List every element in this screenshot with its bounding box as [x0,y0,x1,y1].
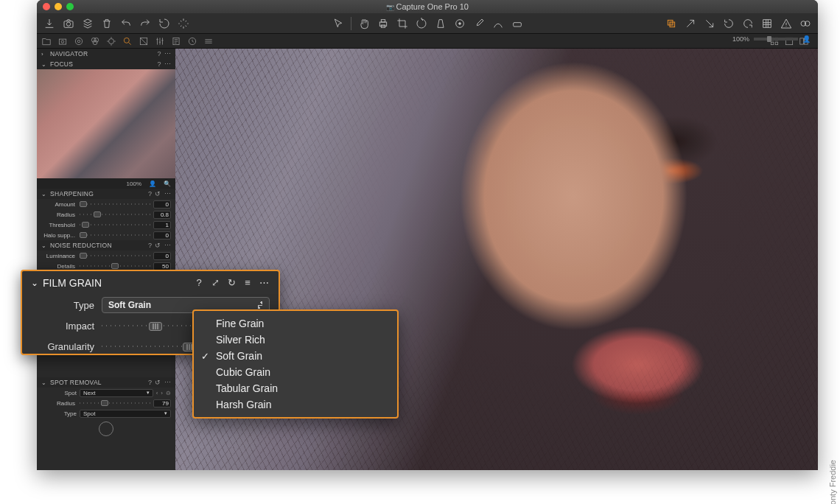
grain-option[interactable]: Soft Grain [194,348,397,364]
spot-panel-header[interactable]: ⌄ SPOT REMOVAL ? ↺ ⋯ [37,377,175,388]
more-icon[interactable]: ⋯ [164,242,171,249]
help-icon[interactable]: ? [148,190,152,197]
more-icon[interactable]: ⋯ [164,60,171,68]
spot-type-select[interactable]: Spot [80,410,171,418]
keystone-tool-icon[interactable] [434,17,447,30]
preview-icon[interactable] [799,17,812,30]
viewer-zoom-slider[interactable] [754,38,798,41]
amount-slider[interactable]: Amount0 [37,199,175,209]
luminance-value[interactable]: 0 [153,252,171,260]
cursor-tool-icon[interactable] [332,17,345,30]
spot-delete-button[interactable]: ⊖ [166,390,171,396]
exposure-tab-icon[interactable] [106,36,116,46]
reset-icon[interactable] [158,17,171,30]
window-title: Capture One Pro 10 [37,2,818,11]
camera-icon[interactable] [62,17,75,30]
redo-icon[interactable] [139,17,152,30]
adjustments-tab-icon[interactable] [155,36,165,46]
reset-icon[interactable]: ↻ [225,277,237,289]
help-icon[interactable]: ? [157,60,161,68]
library-tab-icon[interactable] [41,36,52,46]
user-icon[interactable]: 👤 [802,35,811,43]
eyedropper-icon[interactable] [472,17,486,30]
print-icon[interactable] [377,17,390,30]
crop-tool-icon[interactable] [396,17,409,30]
film-grain-title: FILM GRAIN [43,277,102,289]
maximize-window-button[interactable] [66,3,74,10]
svg-rect-2 [379,22,386,26]
spot-tool-icon[interactable] [453,17,466,30]
spot-prev-button[interactable]: ‹ [156,390,158,396]
grain-option[interactable]: Silver Rich [194,332,397,348]
spot-next-button[interactable]: › [161,390,163,396]
minimize-window-button[interactable] [55,3,62,10]
spot-select[interactable]: Next [80,389,153,397]
grain-option[interactable]: Cubic Grain [194,364,397,380]
svg-point-6 [458,22,461,24]
help-icon[interactable]: ? [193,277,205,289]
apply-down-icon[interactable] [703,17,716,30]
noise-panel-header[interactable]: ⌄ NOISE REDUCTION ? ↺ ⋯ [37,240,175,251]
sharpening-panel-header[interactable]: ⌄ SHARPENING ? ↺ ⋯ [37,189,175,199]
auto-adjust-icon[interactable] [177,17,190,30]
threshold-slider[interactable]: Threshold1 [37,220,175,230]
batch-tab-icon[interactable] [203,36,214,46]
reset-icon[interactable]: ↺ [155,379,161,386]
threshold-value[interactable]: 1 [153,221,171,229]
zoom-focus-icon[interactable]: 🔍 [164,181,171,187]
hand-tool-icon[interactable] [357,17,371,30]
pick-focus-icon[interactable]: 👤 [149,181,156,187]
output-tab-icon[interactable] [187,36,197,46]
halo-slider[interactable]: Halo supp...0 [37,230,175,240]
expand-icon[interactable]: ⤢ [209,277,221,289]
undo-icon[interactable] [119,17,133,30]
navigator-panel-title: NAVIGATOR [50,50,154,57]
spot-radius-value[interactable]: 79 [153,399,171,407]
spot-radius-slider[interactable]: Radius79 [37,398,175,408]
grain-option[interactable]: Tabular Grain [194,380,397,396]
amount-value[interactable]: 0 [153,200,171,209]
local-adjust-tab-icon[interactable] [139,36,149,46]
mask-erase-icon[interactable] [511,17,524,30]
rotate-right-icon[interactable] [741,17,755,30]
metadata-tab-icon[interactable] [171,36,181,46]
details-value[interactable]: 50 [153,262,171,270]
grid-icon[interactable] [760,17,774,30]
radius-value[interactable]: 0.8 [153,211,171,219]
color-tab-icon[interactable] [90,36,100,46]
more-icon[interactable]: ⋯ [164,379,171,386]
help-icon[interactable]: ? [148,379,152,386]
capture-tab-icon[interactable] [57,36,68,46]
radius-slider[interactable]: Radius0.8 [37,209,175,220]
rotate-tool-icon[interactable] [415,17,428,30]
presets-icon[interactable]: ≡ [242,277,253,289]
focus-panel-header[interactable]: ⌄ FOCUS ? ⋯ [37,59,175,69]
more-icon[interactable]: ⋯ [164,50,171,57]
trash-icon[interactable] [100,17,113,30]
grain-option[interactable]: Fine Grain [194,315,397,332]
more-icon[interactable]: ⋯ [258,277,270,289]
rotate-left-icon[interactable] [722,17,735,30]
details-tab-icon[interactable] [122,36,133,46]
import-icon[interactable] [43,17,56,30]
stack-icon[interactable] [81,17,94,30]
reset-icon[interactable]: ↺ [155,242,161,249]
more-icon[interactable]: ⋯ [164,190,171,197]
luminance-slider[interactable]: Luminance0 [37,251,175,261]
help-icon[interactable]: ? [157,50,161,57]
focus-preview[interactable] [37,69,175,178]
navigator-panel-header[interactable]: › NAVIGATOR ? ⋯ [37,49,175,59]
chevron-down-icon[interactable]: ⌄ [31,278,38,288]
mask-draw-icon[interactable] [491,17,505,30]
copy-adjustments-icon[interactable] [665,17,678,30]
lens-tab-icon[interactable] [74,36,84,46]
apply-up-icon[interactable] [684,17,697,30]
titlebar: Capture One Pro 10 [37,0,818,13]
separator [351,17,351,30]
warning-icon[interactable] [780,17,793,30]
help-icon[interactable]: ? [148,242,152,249]
grain-option[interactable]: Harsh Grain [194,396,397,413]
halo-value[interactable]: 0 [153,231,171,239]
reset-icon[interactable]: ↺ [155,190,161,197]
close-window-button[interactable] [43,3,50,10]
